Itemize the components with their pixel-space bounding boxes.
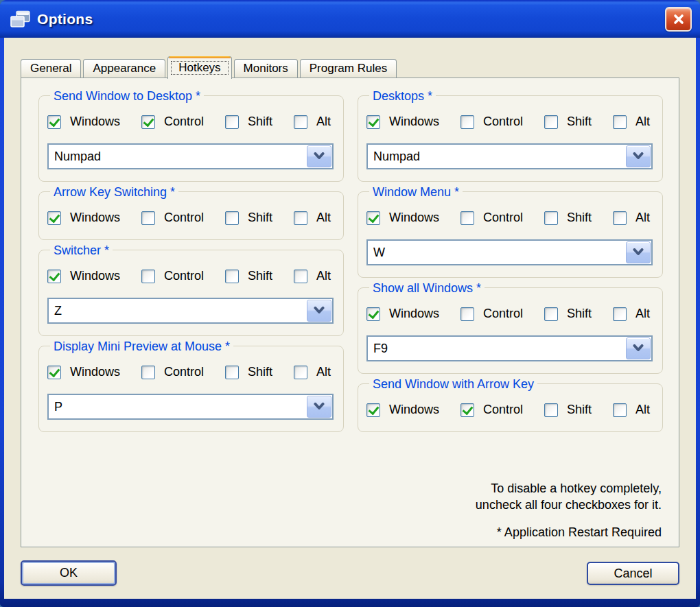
checkbox-alt[interactable] bbox=[613, 307, 627, 321]
checkbox-alt[interactable] bbox=[294, 270, 307, 283]
checkbox-pair-shift[interactable]: Shift bbox=[225, 365, 272, 379]
dropdown-arrow-button[interactable] bbox=[626, 337, 651, 359]
hotkey-dropdown[interactable]: W bbox=[366, 239, 653, 265]
dropdown-arrow-button[interactable] bbox=[307, 145, 331, 167]
checkbox-pair-alt[interactable]: Alt bbox=[613, 403, 650, 417]
checkbox-pair-alt[interactable]: Alt bbox=[294, 115, 331, 129]
checkbox-pair-control[interactable]: Control bbox=[141, 115, 204, 129]
checkbox-pair-shift[interactable]: Shift bbox=[544, 403, 592, 417]
checkbox-control[interactable] bbox=[141, 270, 155, 283]
group-title: Desktops * bbox=[369, 89, 436, 104]
checkbox-shift[interactable] bbox=[225, 366, 239, 379]
checkbox-control[interactable] bbox=[460, 115, 474, 129]
checkbox-shift[interactable] bbox=[544, 307, 558, 321]
checkbox-shift[interactable] bbox=[544, 211, 558, 225]
checkbox-pair-shift[interactable]: Shift bbox=[225, 115, 272, 129]
chevron-down-icon bbox=[313, 152, 325, 160]
checkbox-alt[interactable] bbox=[294, 366, 307, 379]
dropdown-arrow-button[interactable] bbox=[307, 396, 331, 418]
checkbox-label-shift: Shift bbox=[567, 403, 592, 417]
checkbox-shift[interactable] bbox=[225, 270, 239, 283]
checkbox-label-control: Control bbox=[483, 403, 523, 417]
checkbox-windows[interactable] bbox=[366, 307, 380, 321]
chevron-down-icon bbox=[632, 248, 644, 257]
checkbox-control[interactable] bbox=[141, 366, 155, 379]
checkbox-pair-shift[interactable]: Shift bbox=[225, 211, 272, 225]
checkbox-pair-shift[interactable]: Shift bbox=[544, 307, 592, 321]
checkbox-pair-windows[interactable]: Windows bbox=[366, 115, 439, 129]
checkbox-alt[interactable] bbox=[613, 115, 627, 129]
help-line-2: uncheck all four checkboxes for it. bbox=[476, 497, 662, 513]
close-button[interactable] bbox=[665, 7, 692, 32]
dropdown-arrow-button[interactable] bbox=[626, 145, 651, 167]
dropdown-selected-value: W bbox=[368, 246, 385, 260]
checkbox-pair-windows[interactable]: Windows bbox=[366, 211, 439, 225]
checkbox-pair-windows[interactable]: Windows bbox=[366, 307, 439, 321]
checkbox-pair-alt[interactable]: Alt bbox=[294, 269, 331, 283]
checkbox-control[interactable] bbox=[141, 211, 155, 225]
checkbox-pair-alt[interactable]: Alt bbox=[613, 307, 650, 321]
checkbox-pair-control[interactable]: Control bbox=[141, 365, 204, 379]
tab-monitors[interactable]: Monitors bbox=[234, 59, 298, 78]
checkbox-control[interactable] bbox=[141, 115, 155, 129]
tab-program-rules[interactable]: Program Rules bbox=[300, 59, 397, 78]
checkbox-label-control: Control bbox=[164, 269, 204, 283]
checkbox-windows[interactable] bbox=[366, 211, 380, 225]
checkbox-pair-control[interactable]: Control bbox=[460, 307, 523, 321]
checkbox-pair-shift[interactable]: Shift bbox=[544, 115, 592, 129]
checkbox-alt[interactable] bbox=[613, 403, 627, 417]
hotkey-dropdown[interactable]: Z bbox=[47, 298, 334, 324]
checkbox-alt[interactable] bbox=[294, 211, 307, 225]
checkbox-pair-alt[interactable]: Alt bbox=[613, 115, 650, 129]
checkbox-pair-shift[interactable]: Shift bbox=[225, 269, 272, 283]
tab-general[interactable]: General bbox=[21, 59, 81, 78]
dialog-body: GeneralAppearanceHotkeysMonitorsProgram … bbox=[4, 38, 696, 599]
checkbox-windows[interactable] bbox=[47, 270, 61, 283]
checkbox-alt[interactable] bbox=[294, 115, 307, 129]
checkbox-alt[interactable] bbox=[613, 211, 627, 225]
checkbox-pair-shift[interactable]: Shift bbox=[544, 211, 592, 225]
hotkey-dropdown[interactable]: F9 bbox=[366, 335, 653, 361]
hotkey-dropdown[interactable]: P bbox=[47, 394, 334, 420]
modifier-checkbox-row: WindowsControlShiftAlt bbox=[366, 210, 653, 226]
checkbox-pair-alt[interactable]: Alt bbox=[294, 365, 331, 379]
checkbox-pair-windows[interactable]: Windows bbox=[47, 115, 120, 129]
checkbox-pair-windows[interactable]: Windows bbox=[47, 211, 120, 225]
checkbox-pair-windows[interactable]: Windows bbox=[366, 403, 439, 417]
checkbox-shift[interactable] bbox=[544, 403, 558, 417]
checkbox-pair-windows[interactable]: Windows bbox=[47, 269, 120, 283]
tab-appearance[interactable]: Appearance bbox=[83, 59, 165, 78]
checkbox-windows[interactable] bbox=[366, 403, 380, 417]
checkbox-shift[interactable] bbox=[225, 115, 239, 129]
checkbox-windows[interactable] bbox=[47, 366, 61, 379]
checkbox-pair-control[interactable]: Control bbox=[460, 115, 523, 129]
checkbox-shift[interactable] bbox=[225, 211, 239, 225]
dropdown-arrow-button[interactable] bbox=[626, 241, 651, 263]
checkbox-windows[interactable] bbox=[47, 115, 61, 129]
hotkey-dropdown[interactable]: Numpad bbox=[366, 143, 653, 169]
checkbox-label-shift: Shift bbox=[248, 115, 272, 129]
hotkey-dropdown[interactable]: Numpad bbox=[47, 143, 334, 169]
checkbox-pair-control[interactable]: Control bbox=[460, 403, 523, 417]
checkbox-pair-windows[interactable]: Windows bbox=[47, 365, 120, 379]
cancel-button[interactable]: Cancel bbox=[587, 562, 679, 585]
tab-hotkeys[interactable]: Hotkeys bbox=[167, 56, 231, 79]
checkbox-pair-control[interactable]: Control bbox=[141, 269, 204, 283]
checkbox-windows[interactable] bbox=[366, 115, 380, 129]
checkbox-pair-control[interactable]: Control bbox=[141, 211, 204, 225]
checkbox-shift[interactable] bbox=[544, 115, 558, 129]
checkbox-pair-control[interactable]: Control bbox=[460, 211, 523, 225]
checkbox-control[interactable] bbox=[460, 403, 474, 417]
checkbox-label-shift: Shift bbox=[567, 211, 592, 225]
checkbox-pair-alt[interactable]: Alt bbox=[294, 211, 331, 225]
checkbox-windows[interactable] bbox=[47, 211, 61, 225]
ok-button[interactable]: OK bbox=[21, 560, 117, 586]
checkbox-label-control: Control bbox=[164, 211, 204, 225]
titlebar[interactable]: Options bbox=[0, 0, 700, 38]
checkbox-control[interactable] bbox=[460, 307, 474, 321]
chevron-down-icon bbox=[313, 307, 325, 315]
dropdown-arrow-button[interactable] bbox=[307, 300, 331, 322]
group-title: Switcher * bbox=[50, 243, 113, 258]
checkbox-control[interactable] bbox=[460, 211, 474, 225]
checkbox-pair-alt[interactable]: Alt bbox=[613, 211, 650, 225]
